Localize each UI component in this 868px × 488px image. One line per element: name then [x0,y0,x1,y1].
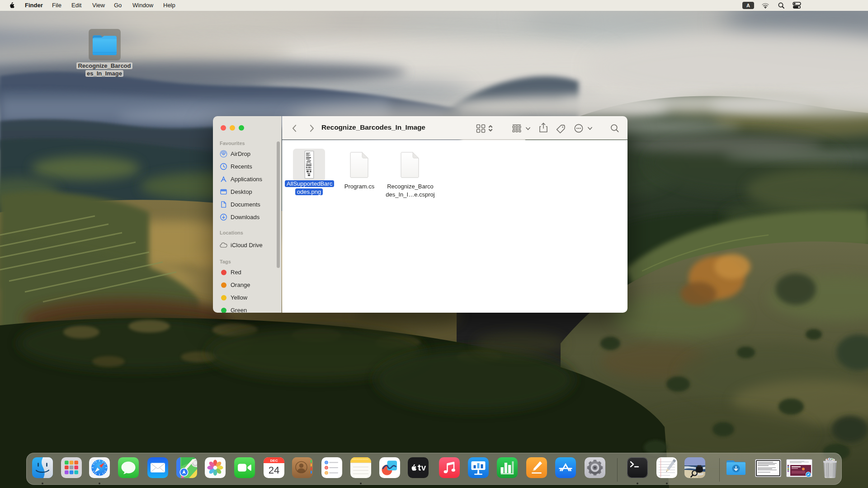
svg-text:24: 24 [269,465,279,476]
svg-text:DEC: DEC [270,459,278,463]
